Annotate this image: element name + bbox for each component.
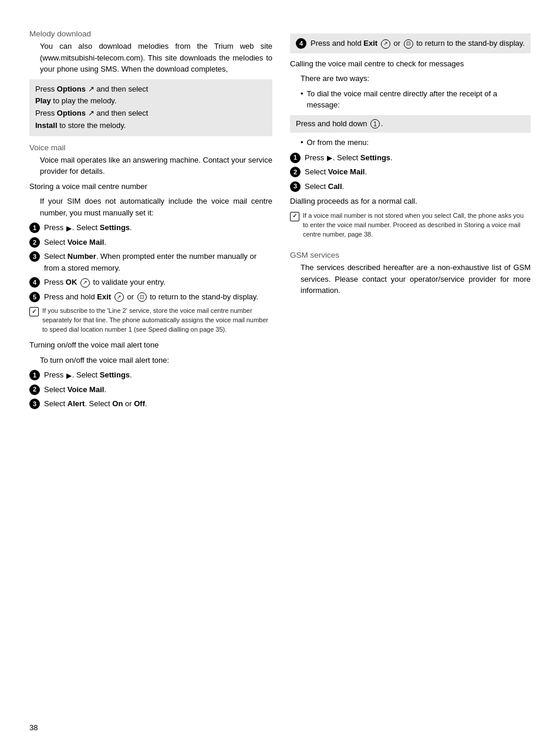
voicemail-bold-1: Voice Mail [68,238,104,247]
step-alert-2: 2 Select Voice Mail. [29,384,272,396]
bullet-1: • To dial the voice mail centre directly… [301,88,531,111]
calling-section: Calling the voice mail centre to check f… [290,58,531,239]
options-bold-1: Options [57,85,86,93]
page: Melody download You can also download me… [0,12,560,732]
step-call-text-3: Select Call. [305,181,531,193]
arrow-right-icon-2: ▶ [66,370,72,381]
right-step4-box: 4 Press and hold Exit ↗ or ⊡ to return t… [290,33,531,53]
step-text-3: Select Number. When prompted enter the n… [44,251,272,274]
right-step-num-4: 4 [296,38,306,49]
page-number: 38 [29,723,38,732]
storing-body: If your SIM does not automatically inclu… [29,195,272,218]
right-column: 4 Press and hold Exit ↗ or ⊡ to return t… [290,29,531,726]
note-text-2: If a voice mail number is not stored whe… [303,211,531,239]
note-box-1: ✓ If you subscribe to the 'Line 2' servi… [29,306,272,335]
step-num-2: 2 [29,237,40,248]
calling-heading: Calling the voice mail centre to check f… [290,58,531,70]
step-call-2: 2 Select Voice Mail. [290,166,531,178]
step-text-1: Press ▶. Select Settings. [44,222,272,234]
off-bold: Off [134,399,145,408]
bullet-text-1: To dial the voice mail centre directly a… [307,88,531,111]
options-bold-2: Options [57,109,86,117]
left-column: Melody download You can also download me… [29,29,272,726]
voice-mail-body1: Voice mail operates like an answering ma… [29,154,272,177]
exit-icon-right: ↗ [381,39,390,49]
melody-highlight-box: Press Options ↗ and then select Play to … [29,79,272,136]
step-alert-num-3: 3 [29,399,40,409]
step-num-4: 4 [29,277,40,288]
step-storing-3: 3 Select Number. When prompted enter the… [29,251,272,274]
step-call-num-1: 1 [290,153,301,163]
call-bold: Call [328,182,342,191]
right-step-text-4: Press and hold Exit ↗ or ⊡ to return to … [311,38,525,49]
step-num-3: 3 [29,251,40,262]
note-icon-1: ✓ [29,307,39,316]
step-storing-5: 5 Press and hold Exit ↗ or ⊡ to return t… [29,291,272,303]
step-storing-4: 4 Press OK ↗ to validate your entry. [29,276,272,288]
storing-sub-heading: Storing a voice mail centre number [29,181,272,193]
voice-mail-heading: Voice mail [29,143,272,152]
on-bold: On [112,399,123,408]
arrow-right-icon-1: ▶ [66,223,72,234]
bullet-2: • Or from the menu: [301,137,531,149]
step-num-1: 1 [29,222,40,233]
storing-steps: 1 Press ▶. Select Settings. 2 Select Voi… [29,222,272,302]
two-ways-text: There are two ways: [290,73,531,85]
dialling-text: Dialling proceeds as for a normal call. [290,195,531,207]
melody-download-body: You can also download melodies from the … [29,41,272,75]
bullet-text-2: Or from the menu: [307,137,369,149]
step-alert-num-1: 1 [29,370,40,380]
step-call-1: 1 Press ▶. Select Settings. [290,152,531,164]
settings-bold-1: Settings [100,223,130,232]
gsm-body: The services described hereafter are a n… [290,262,531,296]
note-icon-2: ✓ [290,212,299,221]
alert-sub-heading: Turning on/off the voice mail alert tone [29,339,272,351]
calling-steps: 1 Press ▶. Select Settings. 2 Select Voi… [290,152,531,193]
step-num-5: 5 [29,292,40,302]
step-call-num-3: 3 [290,181,301,192]
step-alert-text-3: Select Alert. Select On or Off. [44,398,272,410]
step-alert-num-2: 2 [29,384,40,395]
settings-bold-3: Settings [360,153,390,162]
bullet1-container: • To dial the voice mail centre directly… [290,88,531,111]
step-storing-1: 1 Press ▶. Select Settings. [29,222,272,234]
bullet2-container: • Or from the menu: [290,137,531,149]
voicemail-bold-2: Voice Mail [68,385,104,394]
melody-download-section: Melody download You can also download me… [29,29,272,136]
step-alert-1: 1 Press ▶. Select Settings. [29,369,272,381]
exit-bold-right: Exit [363,39,377,48]
ok-icon: ↗ [80,278,90,288]
alert-bold: Alert [68,399,85,408]
end-icon-right: ⊡ [404,39,413,49]
ok-bold: OK [66,278,77,286]
play-bold: Play [35,96,51,105]
install-bold: Install [35,121,58,130]
gsm-heading: GSM services [290,251,531,259]
columns: Melody download You can also download me… [29,29,531,726]
arrow-right-icon-3: ▶ [327,153,332,163]
step-alert-3: 3 Select Alert. Select On or Off. [29,398,272,410]
melody-line2: Play to play the melody. [35,95,266,107]
melody-line1: Press Options ↗ and then select [35,83,266,96]
step-call-3: 3 Select Call. [290,181,531,193]
step-call-text-2: Select Voice Mail. [305,166,531,178]
exit-bold-1: Exit [97,292,111,301]
right-step-4: 4 Press and hold Exit ↗ or ⊡ to return t… [296,38,525,49]
alert-steps: 1 Press ▶. Select Settings. 2 Select Voi… [29,369,272,410]
step-call-text-1: Press ▶. Select Settings. [305,152,531,164]
hold-down-box: Press and hold down 1. [290,115,531,133]
voicemail-bold-3: Voice Mail [328,167,365,176]
step-text-2: Select Voice Mail. [44,237,272,248]
arrow-icon-2: ↗ [88,109,95,117]
exit-icon-1: ↗ [114,292,124,302]
alert-body: To turn on/off the voice mail alert tone… [29,355,272,366]
step-storing-2: 2 Select Voice Mail. [29,237,272,248]
arrow-icon-1: ↗ [88,85,95,93]
voice-mail-section: Voice mail Voice mail operates like an a… [29,143,272,410]
step-alert-text-1: Press ▶. Select Settings. [44,369,272,381]
step-alert-text-2: Select Voice Mail. [44,384,272,396]
step-call-num-2: 2 [290,167,301,177]
number-bold: Number [68,252,96,261]
melody-line3: Press Options ↗ and then select [35,107,266,120]
melody-download-heading: Melody download [29,29,272,38]
